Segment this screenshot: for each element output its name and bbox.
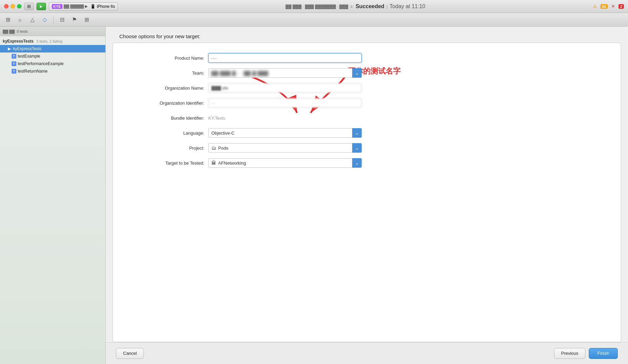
sidebar-item-label: testExample	[18, 54, 40, 59]
warning-triangle-icon: ⚠	[593, 4, 597, 9]
titlebar-center: ▓▓ ▓▓▓ · ▓▓▓ ▓▓▓▓▓▓▓ · ▓▓▓ s: Succeeded …	[121, 3, 590, 10]
sidebar-item-label: testPerformanceExample	[18, 61, 64, 66]
toolbar: ⊞ ⌕ △ ◇ ⊟ ⚑ ⊞	[0, 13, 628, 27]
project-row: Project: 🗂 Pods ⌄	[133, 143, 600, 153]
structure-icon[interactable]: ⊟	[58, 16, 66, 24]
group-name: kyExpressTests	[3, 39, 34, 44]
team-dropdown-arrow[interactable]: ⌄	[352, 68, 362, 78]
cancel-button[interactable]: Cancel	[116, 348, 144, 359]
language-row: Language: Objective-C ⌄	[133, 128, 600, 138]
issue-navigator-icon[interactable]: △	[29, 16, 36, 24]
stop-button[interactable]	[24, 3, 34, 10]
sidebar-group-header: kyExpressTests 3 tests, 2 failing	[0, 37, 105, 45]
org-name-row: Organization Name:	[133, 83, 600, 93]
language-select[interactable]: Objective-C	[208, 128, 362, 138]
team-row: Team: ▓▓ ▓▓▓ ▓ ··· ▓▓ ▓ ▓▓▓ ⌄	[133, 68, 600, 78]
bundle-id-row: Bundle Identifier: KY.Tests	[133, 113, 600, 123]
fullscreen-button[interactable]	[17, 4, 21, 9]
target-row: Target to be Tested: 🏛 AFNetworking ⌄	[133, 158, 600, 168]
team-field: ▓▓ ▓▓▓ ▓ ··· ▓▓ ▓ ▓▓▓ ⌄	[208, 68, 362, 78]
device-label: iPhone 6s	[97, 4, 115, 9]
target-field: 🏛 AFNetworking ⌄	[208, 158, 362, 168]
sidebar-item-label: kyExpressTests	[13, 46, 41, 51]
target-select-wrapper: 🏛 AFNetworking ⌄	[208, 158, 362, 168]
titlebar-right: ⚠ 61 ✕ 2	[593, 4, 624, 9]
finish-button[interactable]: Finish	[589, 348, 618, 359]
code-review-icon[interactable]: ⊞	[83, 16, 90, 24]
project-icon: 🗂	[211, 145, 216, 151]
org-id-label: Organization Identifier:	[133, 101, 208, 106]
target-value: AFNetworking	[218, 161, 246, 166]
sidebar-item-testexample[interactable]: T testExample	[0, 52, 105, 60]
language-field: Objective-C ⌄	[208, 128, 362, 138]
previous-button[interactable]: Previous	[554, 348, 586, 359]
bottom-bar: Cancel Previous Finish	[106, 342, 628, 364]
scheme-selector[interactable]: KYE ▓▓ ▓▓▓▓▓ ▶ 📱 iPhone 6s	[49, 2, 118, 11]
language-dropdown-arrow[interactable]: ⌄	[352, 128, 362, 138]
product-name-input[interactable]	[208, 53, 362, 63]
project-dropdown-arrow[interactable]: ⌄	[352, 143, 362, 153]
team-select[interactable]: ▓▓ ▓▓▓ ▓ ··· ▓▓ ▓ ▓▓▓	[208, 68, 362, 78]
minimize-button[interactable]	[11, 4, 15, 9]
target-select[interactable]: 🏛 AFNetworking	[208, 158, 362, 168]
build-time: Today at 11:10	[390, 3, 425, 10]
sidebar-header: ▓▓ ▓▓ 0 tests	[0, 27, 105, 36]
product-name-row: Product Name:	[133, 53, 600, 63]
scheme-icon: KYE	[52, 4, 62, 9]
main-layout: ▓▓ ▓▓ 0 tests kyExpressTests 3 tests, 2 …	[0, 27, 628, 364]
org-name-field	[208, 83, 362, 93]
target-dropdown-arrow[interactable]: ⌄	[352, 158, 362, 168]
flag-icon[interactable]: ⚑	[71, 16, 78, 24]
language-label: Language:	[133, 131, 208, 136]
org-name-label: Organization Name:	[133, 86, 208, 91]
device-icon: 📱	[90, 4, 95, 9]
team-select-wrapper: ▓▓ ▓▓▓ ▓ ··· ▓▓ ▓ ▓▓▓ ⌄	[208, 68, 362, 78]
error-x-icon: ✕	[611, 4, 615, 9]
close-button[interactable]	[4, 4, 9, 9]
org-name-input[interactable]	[208, 83, 362, 93]
project-field: 🗂 Pods ⌄	[208, 143, 362, 153]
bundle-id-field: KY.Tests	[208, 114, 362, 122]
right-buttons: Previous Finish	[554, 348, 618, 359]
test-icon: T	[12, 61, 16, 66]
group-count: 3 tests, 2 failing	[36, 39, 62, 43]
target-icon: 🏛	[211, 160, 216, 166]
bundle-id-label: Bundle Identifier:	[133, 116, 208, 121]
sidebar-item-label: testReturnName	[18, 69, 47, 74]
dialog-title: Choose options for your new target:	[106, 27, 628, 43]
test-filter-icon: ▓▓ ▓▓	[3, 29, 15, 33]
product-name-label: Product Name:	[133, 56, 208, 61]
team-label: Team:	[133, 71, 208, 76]
status-sep: s:	[350, 4, 354, 9]
team-value: ▓▓ ▓▓▓ ▓ ··· ▓▓ ▓ ▓▓▓	[211, 71, 268, 76]
dialog-panel: 写你的测试名字 Product Name: Team: ▓▓ ▓▓▓ ▓ ···…	[113, 43, 621, 342]
sidebar-item-testreturnname[interactable]: T testReturnName	[0, 67, 105, 75]
language-value: Objective-C	[211, 131, 235, 136]
folder-icon: ▶	[7, 46, 12, 51]
toolbar-separator	[53, 16, 54, 24]
language-select-wrapper: Objective-C ⌄	[208, 128, 362, 138]
navigator-icon[interactable]: ⊞	[4, 16, 12, 24]
sidebar-item-kyexpresstests[interactable]: ▶ kyExpressTests	[0, 45, 105, 52]
test-icon: T	[12, 54, 16, 59]
project-label: Project:	[133, 146, 208, 151]
warnings-count: 61	[600, 4, 608, 9]
breakpoint-icon[interactable]: ◇	[41, 16, 48, 24]
build-status: Succeeded	[356, 3, 384, 10]
sidebar-tree[interactable]: kyExpressTests 3 tests, 2 failing ▶ kyEx…	[0, 36, 105, 364]
test-icon: T	[12, 69, 16, 74]
project-select-wrapper: 🗂 Pods ⌄	[208, 143, 362, 153]
run-button[interactable]: ▶	[36, 3, 46, 10]
product-name-field	[208, 53, 362, 63]
org-id-row: Organization Identifier:	[133, 98, 600, 108]
content-area: Choose options for your new target:	[106, 27, 628, 364]
search-icon[interactable]: ⌕	[16, 16, 24, 24]
traffic-lights	[4, 4, 21, 9]
bundle-id-value: KY.Tests	[208, 114, 362, 122]
errors-count: 2	[618, 4, 624, 9]
titlebar: ▶ KYE ▓▓ ▓▓▓▓▓ ▶ 📱 iPhone 6s ▓▓ ▓▓▓ · ▓▓…	[0, 0, 628, 13]
project-value: Pods	[218, 146, 228, 151]
org-id-input[interactable]	[208, 98, 362, 108]
project-select[interactable]: 🗂 Pods	[208, 143, 362, 153]
sidebar-item-testperformance[interactable]: T testPerformanceExample	[0, 60, 105, 67]
